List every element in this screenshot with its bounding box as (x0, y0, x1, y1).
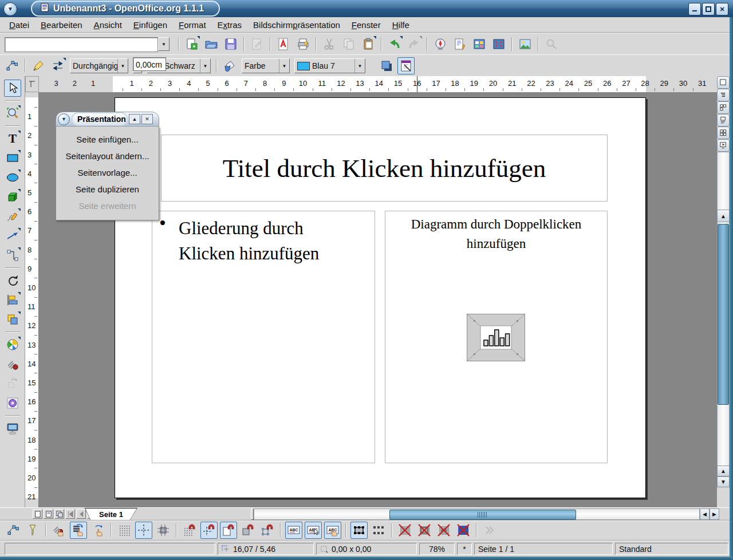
page-mode-icon[interactable] (33, 509, 42, 519)
snap-to-grid-icon[interactable] (181, 522, 198, 539)
menu-bearbeiten[interactable]: Bearbeiten (35, 18, 88, 31)
stylist-icon[interactable] (451, 36, 468, 53)
chart-placeholder-icon[interactable] (467, 314, 525, 365)
insert-graphics-icon[interactable] (517, 36, 534, 53)
rotate-mode-icon[interactable] (89, 522, 107, 539)
dropdown-corner-icon[interactable] (18, 208, 21, 211)
menu-einfgen[interactable]: Einfügen (128, 18, 173, 31)
paste-icon[interactable] (360, 36, 377, 53)
line-style-combo[interactable]: Durchgängig ▼ (70, 58, 128, 73)
fill-can-icon[interactable] (221, 57, 238, 74)
hairlines-icon[interactable] (455, 522, 472, 539)
dropdown-corner-icon[interactable] (197, 36, 200, 39)
fill-type-combo[interactable]: Farbe ▼ (242, 58, 290, 73)
handout-view-icon[interactable] (717, 127, 730, 139)
snap-to-points-icon[interactable] (259, 522, 276, 539)
line-style-dropdown[interactable]: ▼ (117, 59, 128, 73)
zoom-window-icon[interactable] (490, 36, 507, 53)
pen-line-icon[interactable] (30, 57, 47, 74)
arrange-icon[interactable] (4, 311, 21, 328)
menu-datei[interactable]: Datei (3, 18, 35, 31)
panel-item-seitenvorlage[interactable]: Seitenvorlage... (56, 164, 159, 181)
master-mode-icon[interactable] (44, 509, 53, 519)
gallery-icon[interactable] (471, 36, 488, 53)
vertical-scrollbar-thumb[interactable] (718, 224, 729, 405)
dropdown-corner-icon[interactable] (400, 36, 403, 39)
horizontal-ruler[interactable]: 3211234567891011121314151617181920212223… (39, 76, 717, 93)
undo-icon[interactable] (386, 36, 403, 53)
close-button[interactable]: ✕ (716, 3, 728, 15)
effects-icon[interactable] (4, 356, 21, 373)
horizontal-scrollbar-thumb[interactable] (389, 510, 576, 520)
dropdown-corner-icon[interactable] (18, 337, 21, 340)
handles-plain-icon[interactable] (370, 522, 387, 539)
chart-placeholder[interactable]: Diagramm durch Doppelklicken hinzufügen (385, 211, 608, 463)
start-slideshow-icon[interactable] (717, 139, 730, 152)
snap-to-border-icon[interactable] (239, 522, 257, 539)
select-icon[interactable] (4, 80, 21, 97)
open-icon[interactable] (203, 36, 220, 53)
fill-type-dropdown[interactable]: ▼ (279, 59, 289, 73)
outline-placeholder[interactable]: • Gliederung durch Klicken hinzufügen (152, 211, 375, 463)
page-tab[interactable]: Seite 1 (85, 508, 137, 520)
dropdown-corner-icon[interactable] (18, 150, 21, 153)
outline-view-icon[interactable] (717, 89, 730, 101)
dropdown-corner-icon[interactable] (18, 228, 21, 231)
glue-points-icon[interactable] (24, 522, 41, 539)
export-pdf-icon[interactable] (275, 36, 292, 53)
helplines-moving-icon[interactable] (155, 522, 172, 539)
curve-icon[interactable] (4, 208, 21, 225)
status-position-field[interactable]: 16,07 / 5,46 (218, 543, 314, 555)
dropdown-corner-icon[interactable] (373, 36, 376, 39)
shadow-icon[interactable] (378, 57, 395, 74)
dropdown-corner-icon[interactable] (18, 247, 21, 250)
ruler-origin-box[interactable] (25, 76, 39, 92)
contour-mode-icon[interactable] (416, 522, 433, 539)
dropdown-corner-icon[interactable] (18, 131, 21, 133)
insert-object-icon[interactable] (4, 336, 21, 353)
line-width-spinner[interactable]: 0,00cm ▲ ▼ (133, 58, 142, 73)
quick-edit-icon[interactable]: ABC (285, 522, 302, 539)
horizontal-scrollbar[interactable] (254, 508, 700, 520)
notes-view-icon[interactable] (717, 114, 730, 127)
dropdown-corner-icon[interactable] (18, 105, 21, 108)
line-arrow-icon[interactable] (4, 227, 21, 244)
scroll-left-button-2[interactable]: ◀ (700, 508, 710, 520)
status-zoom-field[interactable]: 78% (419, 543, 455, 555)
window-menu-button[interactable]: ▼ (3, 2, 17, 16)
menu-bildschirmprsentation[interactable]: Bildschirmpräsentation (247, 18, 346, 31)
text-placeholder-icon[interactable]: AB (435, 522, 452, 539)
menu-format[interactable]: Format (173, 18, 212, 31)
vertical-ruler[interactable]: 123456789101112131415161718192021 (25, 92, 39, 507)
maximize-button[interactable] (702, 3, 715, 15)
fill-color-dropdown[interactable]: ▼ (354, 59, 365, 73)
dropdown-corner-icon[interactable] (18, 189, 21, 192)
presentation-monitor-icon[interactable] (4, 420, 21, 437)
dropdown-corner-icon[interactable] (419, 36, 422, 39)
3d-controller-icon[interactable] (4, 395, 21, 412)
panel-item-seite-einf-gen[interactable]: Seite einfügen... (56, 131, 159, 148)
doubleclick-edit-icon[interactable]: ABC (324, 522, 341, 539)
scroll-down-button[interactable]: ▼ (717, 476, 730, 487)
url-input[interactable] (5, 37, 158, 52)
menu-fenster[interactable]: Fenster (346, 18, 387, 31)
ellipse-icon[interactable] (4, 169, 21, 186)
rotate-icon[interactable] (4, 272, 21, 289)
layer-mode-icon[interactable] (54, 509, 64, 519)
text-icon[interactable]: T (4, 130, 21, 147)
panel-item-seitenlayout-ndern[interactable]: Seitenlayout ändern... (56, 148, 159, 164)
arrow-ends-icon[interactable] (49, 57, 66, 74)
scroll-right-button[interactable]: ▶ (710, 508, 719, 520)
attributes-icon[interactable] (350, 522, 368, 539)
connector-icon[interactable] (4, 247, 21, 264)
alignment-icon[interactable] (4, 291, 21, 309)
panel-item-seite-duplizieren[interactable]: Seite duplizieren (56, 181, 159, 198)
panel-rollup-button[interactable]: ▲ (129, 114, 140, 124)
scroll-up-button[interactable]: ▲ (717, 210, 730, 222)
save-icon[interactable] (222, 36, 239, 53)
menu-extras[interactable]: Extras (212, 18, 248, 31)
allow-interaction-icon[interactable] (70, 522, 87, 539)
snap-to-snap-lines-icon[interactable] (200, 522, 218, 539)
select-text-area-icon[interactable]: ABC (305, 522, 322, 539)
navigator-icon[interactable] (432, 36, 449, 53)
